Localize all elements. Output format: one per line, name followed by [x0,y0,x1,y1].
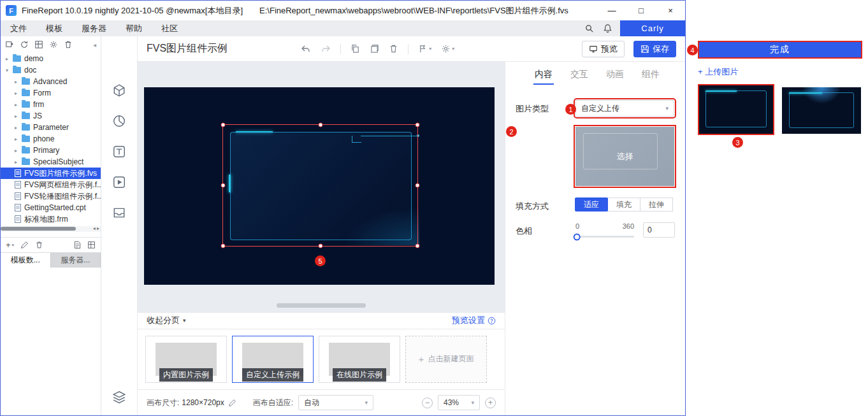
image-component-canvas[interactable]: 5 [144,87,495,285]
canvas-fit-select[interactable]: 自动 [298,395,373,410]
uploaded-image-thumb[interactable] [782,87,861,134]
layers-icon[interactable] [112,390,126,404]
delete-icon[interactable] [389,44,398,54]
container-component-icon[interactable] [112,206,126,220]
canvas-area[interactable]: 5 [138,62,505,312]
align-dropdown[interactable] [418,44,431,54]
page-thumb-custom-upload[interactable]: 自定义上传示例 [232,336,314,383]
zoom-in-button[interactable]: + [485,398,496,408]
page-thumb-online-image[interactable]: 在线图片示例 [319,336,400,383]
menu-file[interactable]: 文件 [1,20,36,36]
file-list-icon[interactable] [34,40,43,49]
help-question-icon[interactable] [488,317,496,325]
upload-image-link[interactable]: + 上传图片 [698,66,738,78]
hue-slider-handle[interactable] [574,233,581,240]
expand-arrow-icon[interactable] [15,102,22,108]
maximize-button[interactable]: □ [626,1,656,20]
zoom-level-select[interactable]: 43% [438,395,480,410]
tree-item-form[interactable]: Form [1,87,101,99]
expand-arrow-icon[interactable] [15,79,22,85]
zoom-out-button[interactable]: − [422,398,433,408]
menu-template[interactable]: 模板 [36,20,72,36]
expand-arrow-icon[interactable] [15,90,22,96]
media-component-icon[interactable] [112,175,126,189]
edit-canvas-size-icon[interactable] [228,399,236,407]
selection-handle[interactable] [318,123,322,127]
undo-icon[interactable] [301,44,311,54]
user-account-badge[interactable]: Carly [620,20,685,36]
expand-arrow-icon[interactable] [6,68,13,73]
uploaded-image-thumb-selected[interactable] [698,84,774,135]
save-button[interactable]: 保存 [633,41,676,57]
selection-handle[interactable] [221,123,226,127]
canvas-horizontal-scrollbar[interactable] [277,303,366,308]
selection-handle[interactable] [416,123,420,127]
tab-server-datasets[interactable]: 服务器... [51,253,101,268]
delete-icon[interactable] [64,40,73,49]
fill-mode-stretch-button[interactable]: 拉伸 [640,197,673,212]
paste-icon[interactable] [370,44,379,54]
menu-help[interactable]: 帮助 [116,20,152,36]
expand-arrow-icon[interactable] [6,56,13,62]
selection-handle[interactable] [318,244,322,248]
tab-animation[interactable]: 动画 [605,63,625,86]
hue-value-input[interactable] [643,222,675,238]
expand-arrow-icon[interactable] [15,159,22,165]
switch-directory-icon[interactable] [5,40,14,49]
tree-item-fvs-webframe-demo[interactable]: FVS网页框组件示例.f... [1,179,101,190]
expand-arrow-icon[interactable] [15,148,22,154]
text-component-icon[interactable] [112,145,126,159]
selection-rectangle[interactable] [222,124,418,247]
expand-arrow-icon[interactable] [15,113,22,119]
selection-handle[interactable] [416,183,420,188]
tree-item-demo[interactable]: demo [1,53,101,64]
fill-mode-fit-button[interactable]: 适应 [575,197,608,212]
hue-slider[interactable] [575,236,634,238]
new-page-button[interactable]: + 点击新建页面 [405,336,487,383]
fill-mode-fill-button[interactable]: 填充 [607,197,640,212]
tab-component[interactable]: 组件 [640,63,661,86]
tree-horizontal-scrollbar[interactable]: ◂ ▸ [1,226,101,232]
image-type-select[interactable]: 自定义上传 [575,100,674,117]
tab-template-datasets[interactable]: 模板数... [1,253,51,268]
scrollbar-thumb[interactable] [1,227,76,231]
choose-image-button[interactable]: 选择 [617,151,633,162]
close-button[interactable]: × [656,1,685,20]
locate-file-icon[interactable] [73,241,82,249]
search-icon[interactable] [584,24,594,33]
collapse-pages-toggle[interactable]: 收起分页 [147,315,186,326]
chart-pie-icon[interactable] [112,114,126,128]
page-thumb-builtin-image[interactable]: 内置图片示例 [145,336,227,383]
tree-item-specialsubject[interactable]: SpecialSubject [1,156,101,168]
tree-item-fvs-image-demo-selected[interactable]: FVS图片组件示例.fvs [1,168,101,179]
preview-button[interactable]: 预览 [582,41,625,57]
tree-item-doc[interactable]: doc [1,64,101,76]
tree-item-phone[interactable]: phone [1,133,101,145]
tab-interaction[interactable]: 交互 [569,63,590,86]
expand-arrow-icon[interactable] [15,125,22,131]
delete-icon[interactable] [35,241,43,249]
selection-handle[interactable] [416,244,420,248]
add-template-button[interactable]: + [6,240,14,250]
tab-content[interactable]: 内容 [533,63,554,86]
scrollbar-arrows[interactable]: ◂ ▸ [93,226,99,231]
selection-handle[interactable] [221,244,226,248]
widget-cube-icon[interactable] [112,83,126,97]
menu-community[interactable]: 社区 [152,20,187,36]
tree-item-advanced[interactable]: Advanced [1,76,101,87]
minimize-button[interactable]: — [597,1,626,20]
tree-item-frm[interactable]: frm [1,99,101,110]
done-button[interactable]: 完成 [698,41,862,59]
canvas-settings-dropdown[interactable] [441,44,454,54]
view-mode-icon[interactable] [87,241,96,249]
image-upload-preview[interactable]: 选择 [575,127,674,186]
preview-settings-link[interactable]: 预览设置 [452,315,496,326]
tree-item-gettingstarted[interactable]: GettingStarted.cpt [1,202,101,213]
settings-icon[interactable] [49,40,58,49]
panel-collapse-icon[interactable]: ◂ [93,41,96,48]
edit-pencil-icon[interactable] [20,241,29,249]
tree-item-js[interactable]: JS [1,110,101,122]
expand-arrow-icon[interactable] [15,136,22,142]
tree-item-parameter[interactable]: Parameter [1,122,101,133]
menu-server[interactable]: 服务器 [72,20,116,36]
